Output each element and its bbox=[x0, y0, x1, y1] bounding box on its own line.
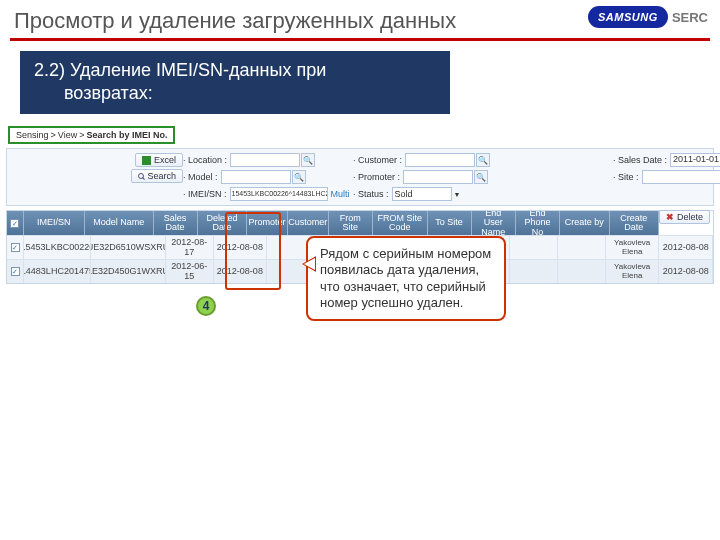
status-value: Sold bbox=[392, 187, 452, 201]
col-imei[interactable]: IMEI/SN bbox=[24, 211, 86, 235]
lookup-icon[interactable]: 🔍 bbox=[476, 153, 490, 167]
col-from-site[interactable]: From Site bbox=[329, 211, 373, 235]
salesdate-label: Sales Date : bbox=[613, 155, 667, 165]
col-to-site[interactable]: To Site bbox=[428, 211, 472, 235]
cell-deleted-date: 2012-08-08 bbox=[214, 236, 268, 259]
filter-panel: Location : 🔍 Customer : 🔍 Sales Date : 2… bbox=[6, 148, 714, 206]
cell-sales-date: 2012-08-17 bbox=[166, 236, 214, 259]
location-field: Location : 🔍 bbox=[183, 153, 353, 167]
site-field: Site : 🔍 bbox=[613, 170, 713, 184]
section-line2: возвратах: bbox=[34, 82, 436, 105]
grid-header: ✓ IMEI/SN Model Name Sales Date Deleted … bbox=[7, 211, 659, 235]
customer-label: Customer : bbox=[353, 155, 402, 165]
promoter-input[interactable] bbox=[403, 170, 473, 184]
imei-field: IMEI/SN : 15453LKBC00226^14483LHC2 Multi bbox=[183, 187, 353, 201]
step-badge: 4 bbox=[196, 296, 216, 316]
location-label: Location : bbox=[183, 155, 227, 165]
row-checkbox[interactable]: ✓ bbox=[11, 267, 20, 276]
col-customer[interactable]: Customer bbox=[288, 211, 329, 235]
excel-label: Excel bbox=[154, 155, 176, 165]
salesdate-field: Sales Date : 2011-01-01 📅 ~ 2012-08-17 📅 bbox=[613, 153, 713, 167]
date-from-input[interactable]: 2011-01-01 bbox=[670, 153, 720, 167]
bc-seg2: View bbox=[58, 130, 77, 140]
excel-icon bbox=[142, 156, 151, 165]
col-create-date[interactable]: Create Date bbox=[610, 211, 659, 235]
cell-create-by: Yakovleva Elena bbox=[606, 260, 660, 283]
delete-row: ✖ Delete bbox=[6, 206, 714, 208]
select-all-checkbox[interactable]: ✓ bbox=[10, 219, 19, 228]
col-end-phone[interactable]: End Phone No bbox=[516, 211, 560, 235]
model-input[interactable] bbox=[221, 170, 291, 184]
imei-multi-link[interactable]: Multi bbox=[331, 189, 350, 199]
imei-input[interactable]: 15453LKBC00226^14483LHC2 bbox=[230, 187, 328, 201]
cell-create-by: Yakovleva Elena bbox=[606, 236, 660, 259]
search-button[interactable]: Search bbox=[131, 169, 183, 183]
customer-field: Customer : 🔍 bbox=[353, 153, 613, 167]
title-underline bbox=[10, 38, 710, 41]
section-line1: 2.2) Удаление IMEI/SN-данных при bbox=[34, 59, 436, 82]
delete-button[interactable]: ✖ Delete bbox=[659, 210, 710, 224]
breadcrumb: Sensing > View > Search by IMEI No. bbox=[8, 126, 175, 144]
col-promoter[interactable]: Promoter bbox=[247, 211, 288, 235]
samsung-logo: SAMSUNG bbox=[588, 6, 668, 28]
lookup-icon[interactable]: 🔍 bbox=[292, 170, 306, 184]
cell-model: UE32D6510WSXRU bbox=[91, 236, 165, 259]
bc-seg3: Search by IMEI No. bbox=[86, 130, 167, 140]
status-select[interactable]: Sold ▼ bbox=[392, 187, 461, 201]
site-label: Site : bbox=[613, 172, 639, 182]
customer-input[interactable] bbox=[405, 153, 475, 167]
cell-model: LE32D450G1WXRU bbox=[91, 260, 165, 283]
step-number: 4 bbox=[203, 299, 210, 313]
status-label: Status : bbox=[353, 189, 389, 199]
cell-create-date: 2012-08-08 bbox=[659, 236, 713, 259]
lookup-icon[interactable]: 🔍 bbox=[301, 153, 315, 167]
row-checkbox[interactable]: ✓ bbox=[11, 243, 20, 252]
delete-label: Delete bbox=[677, 212, 703, 222]
imei-label: IMEI/SN : bbox=[183, 189, 227, 199]
cell-imei: 15453LKBC00226 bbox=[24, 236, 91, 259]
cell-imei: 14483LHC201475 bbox=[24, 260, 91, 283]
lookup-icon[interactable]: 🔍 bbox=[474, 170, 488, 184]
cell-deleted-date: 2012-08-08 bbox=[214, 260, 268, 283]
chevron-down-icon: ▼ bbox=[454, 191, 461, 198]
model-field: Model : 🔍 bbox=[183, 170, 353, 184]
cell-create-date: 2012-08-08 bbox=[659, 260, 713, 283]
section-heading: 2.2) Удаление IMEI/SN-данных при возврат… bbox=[20, 51, 450, 114]
col-model[interactable]: Model Name bbox=[85, 211, 153, 235]
search-icon bbox=[138, 173, 144, 179]
site-input[interactable] bbox=[642, 170, 720, 184]
page-title: Просмотр и удаление загруженных данных S… bbox=[0, 0, 720, 38]
col-sales-date[interactable]: Sales Date bbox=[154, 211, 198, 235]
app-screenshot: Sensing > View > Search by IMEI No. Loca… bbox=[6, 124, 714, 284]
bc-seg1: Sensing bbox=[16, 130, 49, 140]
col-deleted-date[interactable]: Deleted Date bbox=[198, 211, 247, 235]
bc-sep-icon: > bbox=[79, 130, 84, 140]
search-label: Search bbox=[147, 171, 176, 181]
callout-text: Рядом с серийным номером появилась дата … bbox=[320, 246, 491, 310]
col-from-code[interactable]: FROM Site Code bbox=[373, 211, 428, 235]
excel-button[interactable]: Excel bbox=[135, 153, 183, 167]
model-label: Model : bbox=[183, 172, 218, 182]
title-text: Просмотр и удаление загруженных данных bbox=[14, 8, 456, 33]
bc-sep-icon: > bbox=[51, 130, 56, 140]
logo-area: SAMSUNG SERC bbox=[588, 6, 708, 28]
location-input[interactable] bbox=[230, 153, 300, 167]
serc-label: SERC bbox=[672, 10, 708, 25]
cell-sales-date: 2012-06-15 bbox=[166, 260, 214, 283]
col-end-user[interactable]: End User Name bbox=[472, 211, 516, 235]
col-create-by[interactable]: Create by bbox=[560, 211, 609, 235]
promoter-field: Promoter : 🔍 bbox=[353, 170, 613, 184]
delete-icon: ✖ bbox=[666, 212, 674, 222]
promoter-label: Promoter : bbox=[353, 172, 400, 182]
callout: Рядом с серийным номером появилась дата … bbox=[306, 236, 506, 321]
status-field: Status : Sold ▼ bbox=[353, 187, 613, 201]
